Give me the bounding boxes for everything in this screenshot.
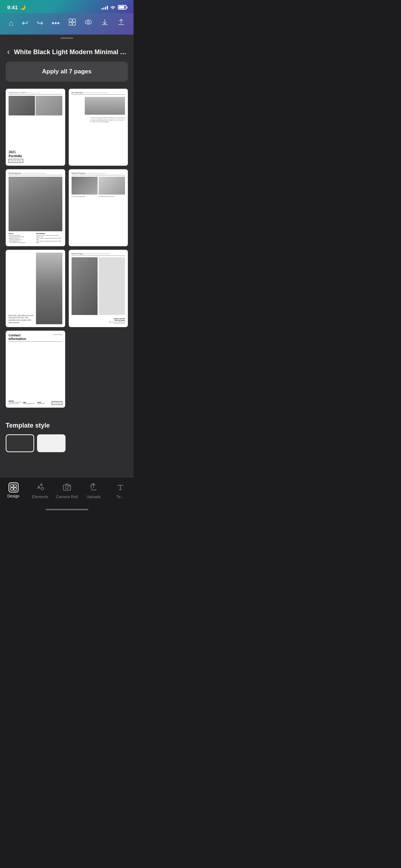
page2-header: My Philosophy —————————————— bbox=[72, 92, 125, 95]
page-thumb-5[interactable]: Every brick, every pillar, every wall ha… bbox=[6, 250, 65, 327]
toolbar: ⌂ ↩ ↪ ••• bbox=[0, 13, 134, 35]
sheet-handle-container bbox=[0, 35, 134, 42]
home-bar bbox=[46, 509, 88, 510]
nav-item-uploads[interactable]: Uploads bbox=[80, 480, 107, 501]
moon-icon: 🌙 bbox=[20, 5, 26, 10]
svg-point-13 bbox=[66, 486, 68, 489]
svg-rect-2 bbox=[69, 22, 72, 25]
page5-left: Every brick, every pillar, every wall ha… bbox=[9, 253, 35, 324]
nav-item-elements[interactable]: Elements bbox=[27, 480, 53, 501]
page-thumb-4[interactable]: Selected Projects ——————————— 01 Rooseve… bbox=[69, 169, 128, 246]
page3-bg-img bbox=[9, 177, 62, 231]
camera-roll-icon bbox=[62, 482, 72, 493]
page6-header: Recent Project ——————————————— bbox=[72, 253, 125, 256]
back-button[interactable]: ‹ bbox=[7, 47, 10, 57]
nav-item-design[interactable]: Design bbox=[0, 480, 27, 501]
svg-rect-0 bbox=[69, 19, 72, 22]
sheet-title: White Black Light Modern Minimal Ar... bbox=[14, 48, 126, 56]
svg-point-14 bbox=[69, 486, 70, 486]
design-icon bbox=[9, 482, 19, 492]
sheet-content: ‹ White Black Light Modern Minimal Ar...… bbox=[0, 42, 134, 477]
page7-cta: GET IN TOUCH bbox=[52, 401, 62, 405]
page7-address: 123 Anywhere St., Any CityState, Country… bbox=[9, 402, 22, 405]
text-icon bbox=[116, 482, 125, 493]
page6-img-right bbox=[99, 257, 125, 315]
pages-grid: Jackson Davis, Architect ———————— 2025Po… bbox=[0, 89, 134, 415]
page6-img-left bbox=[72, 257, 98, 315]
nav-design-label: Design bbox=[7, 494, 19, 498]
page6-project-name: KADEN CENTERFOR THE ARTS bbox=[72, 318, 125, 321]
svg-rect-3 bbox=[73, 22, 75, 25]
page7-email: hello@reallygreatsite.com bbox=[23, 403, 36, 405]
page4-img-right bbox=[99, 177, 125, 195]
elements-icon bbox=[36, 482, 45, 493]
more-icon[interactable]: ••• bbox=[50, 17, 61, 29]
page3-skills-title: SKILLS bbox=[9, 233, 35, 234]
page4-imgs bbox=[72, 177, 125, 195]
page-thumb-1[interactable]: Jackson Davis, Architect ———————— 2025Po… bbox=[6, 89, 65, 166]
redo-icon[interactable]: ↪ bbox=[35, 17, 45, 29]
share-icon[interactable] bbox=[116, 17, 126, 30]
template-style-options bbox=[6, 434, 128, 452]
sheet-handle bbox=[61, 37, 73, 39]
layers-icon[interactable] bbox=[67, 17, 78, 30]
nav-uploads-label: Uploads bbox=[86, 495, 100, 499]
svg-rect-9 bbox=[14, 488, 16, 490]
page1-title: 2025Portfolio bbox=[9, 149, 62, 158]
nav-item-camera-roll[interactable]: Camera Roll bbox=[53, 480, 80, 501]
page1-images bbox=[9, 96, 62, 147]
page7-title: ContactInformation bbox=[9, 334, 26, 341]
page1-header: Jackson Davis, Architect ———————— bbox=[9, 92, 62, 94]
sheet-header: ‹ White Black Light Modern Minimal Ar... bbox=[0, 42, 134, 62]
nav-elements-label: Elements bbox=[32, 495, 48, 499]
download-icon[interactable] bbox=[99, 17, 110, 30]
undo-icon[interactable]: ↩ bbox=[20, 17, 30, 29]
page1-img-right bbox=[36, 96, 62, 115]
page1-img-left bbox=[9, 96, 35, 115]
page-thumb-6[interactable]: Recent Project ——————————————— KADEN CEN… bbox=[69, 250, 128, 327]
page-thumb-2[interactable]: My Philosophy —————————————— I believe t… bbox=[69, 89, 128, 166]
page3-cols: SKILLS • Architectural Rendering• Comput… bbox=[9, 233, 62, 243]
home-indicator bbox=[0, 507, 134, 513]
page6-imgs bbox=[72, 257, 125, 315]
page1-cta: VIEW MY WORK bbox=[9, 159, 23, 163]
signal-icon bbox=[101, 5, 108, 10]
uploads-icon bbox=[89, 482, 98, 493]
page6-project-sub: Main mixed-use construction witha partic… bbox=[72, 321, 125, 324]
page4-header: Selected Projects ——————————— bbox=[72, 172, 125, 175]
svg-point-4 bbox=[85, 20, 92, 24]
svg-rect-1 bbox=[73, 19, 75, 22]
page3-exp-title: EXPERIENCE bbox=[36, 233, 62, 234]
page4-captions: 01 Rooseverd Building, 2020 02 San Monts… bbox=[72, 196, 125, 197]
bottom-nav: Design Elements Camera Roll bbox=[0, 477, 134, 507]
page2-img bbox=[85, 97, 125, 115]
style-option-light[interactable] bbox=[37, 434, 66, 452]
svg-rect-7 bbox=[14, 485, 16, 487]
page7-divider bbox=[9, 341, 62, 342]
page7-phone: (123) 456-7890 bbox=[37, 403, 51, 405]
template-style-label: Template style bbox=[6, 422, 128, 429]
page5-quote: Every brick, every pillar, every wall ha… bbox=[9, 315, 35, 324]
page4-caption-2: 02 San Montshire Theater, 2019 bbox=[99, 196, 125, 197]
page4-img-left bbox=[72, 177, 98, 195]
svg-rect-6 bbox=[11, 485, 13, 487]
page-thumb-3[interactable]: My Background —————————————— SKILLS • Ar… bbox=[6, 169, 65, 246]
status-bar: 9:41 🌙 bbox=[0, 0, 134, 13]
preview-icon[interactable] bbox=[83, 17, 94, 30]
page3-skills-text: • Architectural Rendering• Computer-Aide… bbox=[9, 235, 35, 243]
page3-exp-text: • Founder and CEO, Jackson Davis and Par… bbox=[36, 235, 62, 243]
nav-camera-roll-label: Camera Roll bbox=[56, 495, 78, 499]
page-thumb-7[interactable]: ContactInformation Jackson Davis ADDRESS… bbox=[6, 331, 65, 408]
nav-item-text[interactable]: Te... bbox=[107, 480, 134, 501]
apply-all-button[interactable]: Apply all 7 pages bbox=[6, 62, 128, 82]
page5-img bbox=[36, 253, 62, 324]
page7-footer: ADDRESS 123 Anywhere St., Any CityState,… bbox=[9, 401, 62, 405]
svg-point-5 bbox=[87, 21, 89, 23]
page7-author: Jackson Davis bbox=[53, 334, 62, 335]
home-icon[interactable]: ⌂ bbox=[7, 17, 15, 29]
status-time: 9:41 bbox=[7, 4, 18, 10]
style-option-dark[interactable] bbox=[6, 434, 34, 452]
svg-point-11 bbox=[41, 487, 43, 490]
svg-rect-8 bbox=[11, 488, 13, 490]
template-style-section: Template style bbox=[0, 415, 134, 477]
